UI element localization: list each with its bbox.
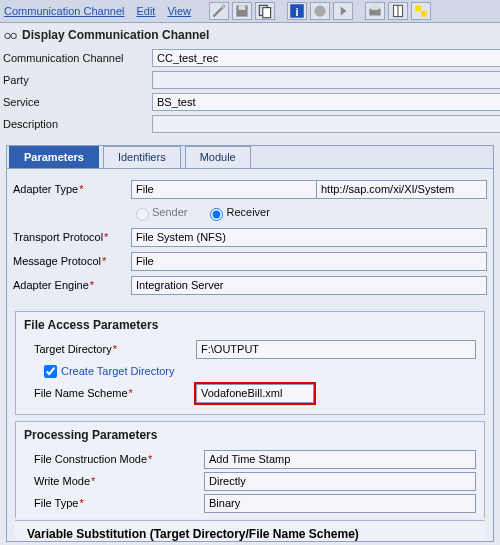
menu-view[interactable]: View [167, 5, 191, 17]
tab-identifiers[interactable]: Identifiers [103, 146, 181, 168]
toolbar-object-icon[interactable] [310, 2, 330, 20]
party-label: Party [0, 74, 152, 86]
toolbar-copy-icon[interactable] [255, 2, 275, 20]
toolbar: i [209, 2, 431, 20]
processing-title: Processing Parameters [24, 428, 476, 442]
tab-panel-parameters: Adapter Type* Sender Receiver Transport … [6, 169, 494, 542]
description-input[interactable] [152, 115, 500, 133]
file-scheme-input[interactable] [196, 384, 314, 403]
target-dir-input[interactable] [196, 340, 476, 359]
file-type-label: File Type* [34, 497, 204, 509]
service-input[interactable] [152, 93, 500, 111]
channel-input[interactable] [152, 49, 500, 67]
channel-label: Communication Channel [0, 52, 152, 64]
toolbar-save-icon[interactable] [232, 2, 252, 20]
svg-rect-2 [239, 5, 246, 10]
toolbar-book-icon[interactable] [388, 2, 408, 20]
adapter-namespace-input[interactable] [317, 180, 487, 199]
target-dir-label: Target Directory* [34, 343, 196, 355]
svg-rect-10 [372, 5, 379, 10]
file-access-title: File Access Parameters [24, 318, 476, 332]
menu-edit[interactable]: Edit [136, 5, 155, 17]
description-label: Description [0, 118, 152, 130]
svg-text:i: i [296, 6, 299, 18]
receiver-radio[interactable] [210, 208, 223, 221]
receiver-radio-label: Receiver [205, 205, 269, 221]
toolbar-info-icon[interactable]: i [287, 2, 307, 20]
menubar: Communication Channel Edit View i [0, 0, 500, 23]
adapter-type-label: Adapter Type* [13, 183, 131, 195]
svg-point-7 [314, 5, 325, 16]
adapter-type-input[interactable] [131, 180, 317, 199]
toolbar-print-icon[interactable] [365, 2, 385, 20]
file-type-input[interactable] [204, 494, 476, 513]
sender-radio-label: Sender [131, 205, 187, 221]
direction-radio-group: Sender Receiver [131, 205, 270, 221]
service-label: Service [0, 96, 152, 108]
header-form: Communication Channel Party Service Desc… [0, 45, 500, 141]
construction-label: File Construction Mode* [34, 453, 204, 465]
message-label: Message Protocol* [13, 255, 131, 267]
toolbar-nav-icon[interactable] [333, 2, 353, 20]
processing-section: Processing Parameters File Construction … [15, 421, 485, 518]
transport-input[interactable] [131, 228, 487, 247]
toolbar-where-used-icon[interactable] [411, 2, 431, 20]
tab-module[interactable]: Module [185, 146, 251, 168]
menu-comm-channel[interactable]: Communication Channel [4, 5, 124, 17]
create-dir-checkbox[interactable] [44, 365, 57, 378]
svg-marker-8 [341, 7, 347, 16]
tab-parameters[interactable]: Parameters [9, 146, 99, 168]
file-scheme-label: File Name Scheme* [34, 387, 196, 399]
transport-label: Transport Protocol* [13, 231, 131, 243]
svg-rect-13 [415, 5, 421, 11]
svg-point-0 [221, 4, 226, 9]
tabs: Parameters Identifiers Module [6, 145, 494, 169]
write-mode-input[interactable] [204, 472, 476, 491]
svg-point-15 [5, 33, 10, 38]
page-title-bar: Display Communication Channel [0, 23, 500, 45]
engine-input[interactable] [131, 276, 487, 295]
svg-rect-14 [421, 11, 427, 17]
glasses-icon [4, 28, 18, 42]
engine-label: Adapter Engine* [13, 279, 131, 291]
write-mode-label: Write Mode* [34, 475, 204, 487]
party-input[interactable] [152, 71, 500, 89]
toolbar-wand-icon[interactable] [209, 2, 229, 20]
variable-substitution-title: Variable Substitution (Target Directory/… [15, 520, 485, 541]
page-title: Display Communication Channel [22, 28, 209, 42]
sender-radio[interactable] [136, 208, 149, 221]
svg-point-16 [11, 33, 16, 38]
construction-input[interactable] [204, 450, 476, 469]
message-input[interactable] [131, 252, 487, 271]
svg-rect-4 [263, 8, 271, 18]
file-access-section: File Access Parameters Target Directory*… [15, 311, 485, 415]
create-dir-label: Create Target Directory [61, 365, 175, 377]
